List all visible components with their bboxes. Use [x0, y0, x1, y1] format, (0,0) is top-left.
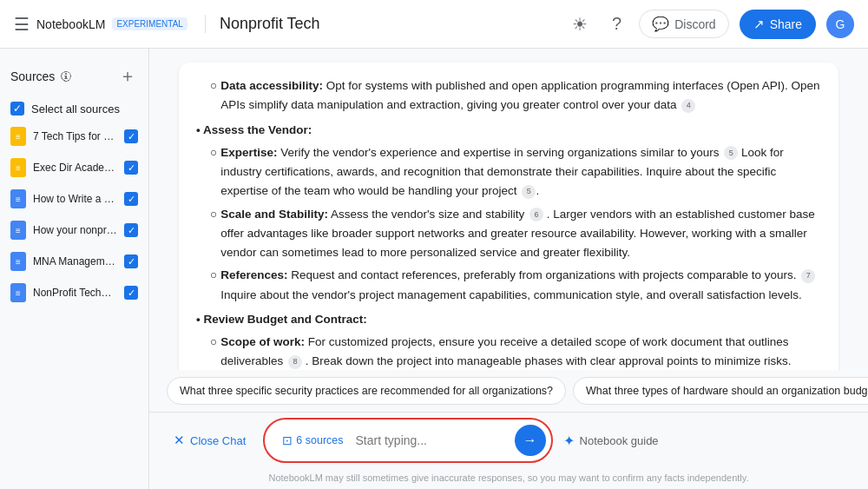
source-checkbox-6[interactable]: ✓: [124, 286, 138, 300]
response-line: ○ Data accessibility: Opt for systems wi…: [210, 76, 821, 116]
source-label-1: 7 Tech Tips for Execu...: [33, 130, 117, 142]
sidebar: Sources 🛈 ＋ ✓ Select all sources ≡ 7 Tec…: [0, 49, 149, 489]
response-line: ○ Scope of work: For customized projects…: [210, 333, 821, 370]
theme-toggle-button[interactable]: ☀: [565, 7, 595, 42]
ref-badge-7[interactable]: 7: [801, 269, 815, 283]
list-item[interactable]: ≡ MNA Management Ma... ✓: [0, 246, 148, 277]
select-all-label: Select all sources: [31, 102, 120, 116]
header-left: ☰ NotebookLM EXPERIMENTAL Nonprofit Tech: [14, 14, 320, 35]
sources-info-icon[interactable]: 🛈: [60, 69, 72, 83]
suggestion-chip-1[interactable]: What three specific security practices a…: [167, 377, 566, 405]
source-checkbox-1[interactable]: ✓: [124, 129, 138, 143]
close-chat-icon: ✕: [174, 433, 185, 448]
avatar-initial: G: [836, 17, 845, 31]
add-source-button[interactable]: ＋: [117, 63, 138, 89]
select-all-checkbox[interactable]: ✓: [10, 102, 24, 116]
bottom-bar: NotebookLM may still sometimes give inac…: [149, 468, 868, 489]
chat-input[interactable]: [356, 433, 508, 447]
source-label-4: How your nonprofit ca...: [33, 224, 117, 236]
chat-container[interactable]: ○ Data accessibility: Opt for systems wi…: [149, 49, 868, 370]
list-item[interactable]: ≡ 7 Tech Tips for Execu... ✓: [0, 121, 148, 152]
disclaimer-text: NotebookLM may still sometimes give inac…: [268, 472, 748, 483]
source-icon-6: ≡: [10, 283, 26, 302]
sources-tag-label: 6 sources: [296, 434, 343, 446]
notebook-guide-icon: ✦: [563, 433, 575, 449]
ref-badge-6[interactable]: 6: [529, 208, 543, 221]
list-item[interactable]: ≡ Exec Dir Academy 20... ✓: [0, 152, 148, 183]
select-all-row[interactable]: ✓ Select all sources: [0, 96, 148, 121]
avatar[interactable]: G: [826, 10, 854, 38]
source-label-2: Exec Dir Academy 20...: [33, 162, 117, 174]
list-item[interactable]: ≡ How your nonprofit ca... ✓: [0, 215, 148, 246]
sidebar-header: Sources 🛈 ＋: [0, 59, 148, 96]
input-bar: ⊡ 6 sources →: [263, 418, 552, 463]
logo-text: NotebookLM: [36, 17, 105, 31]
notebook-title: Nonprofit Tech: [205, 15, 320, 33]
discord-icon: 💬: [652, 16, 669, 32]
main-layout: Sources 🛈 ＋ ✓ Select all sources ≡ 7 Tec…: [0, 49, 868, 489]
source-icon-2: ≡: [10, 158, 26, 177]
suggestion-chip-2[interactable]: What three types of hardware should an o…: [573, 377, 868, 405]
response-line: ○ References: Request and contact refere…: [210, 266, 821, 305]
source-icon-4: ≡: [10, 221, 26, 240]
ref-badge-4[interactable]: 4: [681, 99, 695, 113]
sources-title-text: Sources: [10, 69, 55, 83]
response-text: ○ Data accessibility: Opt for systems wi…: [196, 76, 821, 370]
ref-badge-5b[interactable]: 5: [522, 185, 536, 199]
help-button[interactable]: ?: [605, 7, 628, 41]
source-checkbox-2[interactable]: ✓: [124, 161, 138, 175]
menu-icon[interactable]: ☰: [14, 14, 30, 35]
app-header: ☰ NotebookLM EXPERIMENTAL Nonprofit Tech…: [0, 0, 868, 49]
section-heading: • Review Budget and Contract:: [196, 310, 821, 329]
source-icon-5: ≡: [10, 252, 26, 271]
source-icon-3: ≡: [10, 189, 26, 208]
list-item[interactable]: ≡ How to Write a Grant... ✓: [0, 183, 148, 215]
notebook-guide-label: Notebook guide: [580, 434, 659, 447]
share-label: Share: [770, 17, 802, 31]
source-label-6: NonProfit Technology _...: [33, 287, 117, 299]
notebooklm-logo: ☰ NotebookLM EXPERIMENTAL: [14, 14, 187, 35]
sources-tag-icon: ⊡: [282, 433, 293, 447]
ref-badge-5a[interactable]: 5: [724, 146, 738, 160]
suggestions-bar: What three specific security practices a…: [149, 370, 868, 412]
source-checkbox-3[interactable]: ✓: [124, 192, 138, 206]
share-button[interactable]: ↗ Share: [740, 10, 816, 39]
sources-tag-button[interactable]: ⊡ 6 sources: [277, 430, 348, 451]
checkbox-check-icon: ✓: [13, 102, 22, 115]
close-chat-label: Close Chat: [190, 434, 246, 447]
input-bar-wrapper: ✕ Close Chat ⊡ 6 sources → ✦ Notebook gu…: [149, 413, 868, 468]
notebook-guide-button[interactable]: ✦ Notebook guide: [563, 433, 659, 449]
response-card: ○ Data accessibility: Opt for systems wi…: [179, 63, 838, 370]
source-icon-1: ≡: [10, 127, 26, 146]
ref-badge-8a[interactable]: 8: [288, 355, 302, 369]
discord-button[interactable]: 💬 Discord: [639, 10, 728, 38]
source-checkbox-4[interactable]: ✓: [124, 223, 138, 237]
close-chat-button[interactable]: ✕ Close Chat: [167, 429, 253, 452]
logo-badge: EXPERIMENTAL: [112, 17, 187, 30]
header-right: ☀ ? 💬 Discord ↗ Share G: [565, 7, 854, 42]
section-heading: • Assess the Vendor:: [196, 121, 821, 140]
response-line: ○ Expertise: Verify the vendor's experie…: [210, 143, 821, 202]
list-item[interactable]: ≡ NonProfit Technology _... ✓: [0, 277, 148, 308]
share-icon: ↗: [753, 17, 765, 32]
response-line: ○ Scale and Stability: Assess the vendor…: [210, 205, 821, 263]
discord-label: Discord: [674, 17, 715, 31]
send-button[interactable]: →: [515, 425, 546, 456]
source-checkbox-5[interactable]: ✓: [124, 254, 138, 268]
source-label-5: MNA Management Ma...: [33, 255, 117, 268]
sidebar-title: Sources 🛈: [10, 69, 72, 83]
source-label-3: How to Write a Grant...: [33, 193, 117, 205]
content-area: ○ Data accessibility: Opt for systems wi…: [149, 49, 868, 489]
